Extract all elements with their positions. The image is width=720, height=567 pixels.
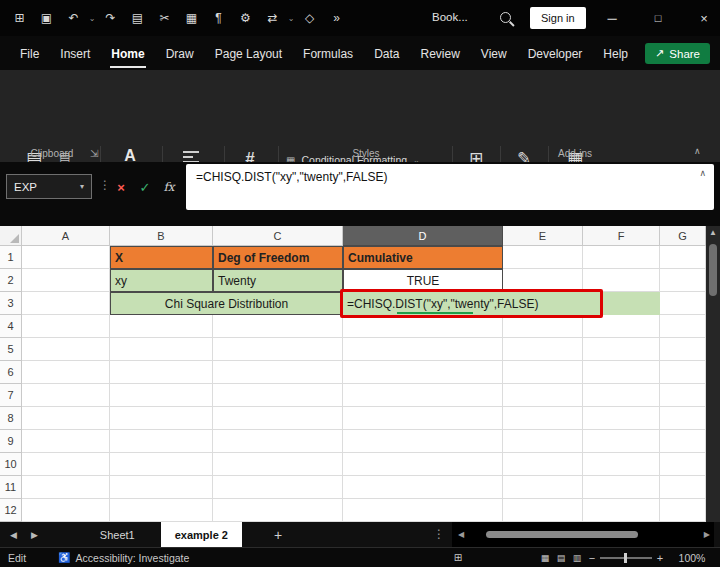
cell-E12[interactable]: [503, 499, 583, 522]
cell-F3[interactable]: [583, 292, 660, 315]
row-header-2[interactable]: 2: [0, 269, 22, 292]
row-header-6[interactable]: 6: [0, 361, 22, 384]
cell-F10[interactable]: [583, 453, 660, 476]
cell-B2[interactable]: xy: [110, 269, 213, 292]
tab-view[interactable]: View: [480, 39, 508, 68]
tab-home[interactable]: Home: [110, 39, 145, 68]
vertical-scrollbar-thumb[interactable]: [709, 244, 717, 296]
cell-B7[interactable]: [110, 384, 213, 407]
share-button[interactable]: ↗Share: [645, 43, 710, 64]
cell-D7[interactable]: [343, 384, 503, 407]
cell-G6[interactable]: [660, 361, 706, 384]
macro-record-icon[interactable]: ⊞: [450, 548, 466, 567]
tab-formulas[interactable]: Formulas: [302, 39, 354, 68]
tab-help[interactable]: Help: [602, 39, 629, 68]
column-header-G[interactable]: G: [660, 226, 706, 246]
cell-C12[interactable]: [213, 499, 343, 522]
cell-G12[interactable]: [660, 499, 706, 522]
minimize-button[interactable]: ─: [592, 0, 632, 36]
column-header-C[interactable]: C: [213, 226, 343, 246]
tab-file[interactable]: File: [19, 39, 40, 68]
row-header-8[interactable]: 8: [0, 407, 22, 430]
cancel-entry-button[interactable]: ×: [110, 175, 132, 199]
column-header-B[interactable]: B: [110, 226, 213, 246]
cell-F6[interactable]: [583, 361, 660, 384]
add-sheet-button[interactable]: +: [274, 527, 282, 543]
scroll-left-icon[interactable]: ◀: [458, 530, 464, 539]
cell-A11[interactable]: [22, 476, 110, 499]
zoom-in-button[interactable]: +: [654, 548, 666, 567]
zoom-out-button[interactable]: −: [586, 548, 598, 567]
cell-D11[interactable]: [343, 476, 503, 499]
cell-A2[interactable]: [22, 269, 110, 292]
cell-F5[interactable]: [583, 338, 660, 361]
zoom-level[interactable]: 100%: [672, 548, 712, 567]
cell-C11[interactable]: [213, 476, 343, 499]
cell-A9[interactable]: [22, 430, 110, 453]
cell-B11[interactable]: [110, 476, 213, 499]
page-layout-view-icon[interactable]: ▤: [554, 548, 568, 567]
cell-G5[interactable]: [660, 338, 706, 361]
cell-A12[interactable]: [22, 499, 110, 522]
cell-E2[interactable]: [503, 269, 583, 292]
dialog-launcher-icon[interactable]: ⇲: [90, 148, 98, 159]
undo-icon[interactable]: ↶: [60, 11, 87, 25]
cell-E8[interactable]: [503, 407, 583, 430]
prev-sheet-icon[interactable]: ◀: [10, 530, 17, 540]
cell-E5[interactable]: [503, 338, 583, 361]
cell-E10[interactable]: [503, 453, 583, 476]
cell-E7[interactable]: [503, 384, 583, 407]
formula-input[interactable]: =CHISQ.DIST("xy","twenty",FALSE) ∧: [186, 164, 714, 210]
cell-E1[interactable]: [503, 246, 583, 269]
page-break-view-icon[interactable]: ▥: [570, 548, 584, 567]
scroll-right-icon[interactable]: ▶: [704, 530, 710, 539]
cell-G8[interactable]: [660, 407, 706, 430]
vertical-scrollbar[interactable]: ▲: [706, 226, 720, 522]
row-header-11[interactable]: 11: [0, 476, 22, 499]
confirm-entry-button[interactable]: ✓: [134, 175, 156, 199]
cell-C5[interactable]: [213, 338, 343, 361]
column-header-F[interactable]: F: [583, 226, 660, 246]
cell-B6[interactable]: [110, 361, 213, 384]
tab-data[interactable]: Data: [373, 39, 400, 68]
cell-A3[interactable]: [22, 292, 110, 315]
cell-C7[interactable]: [213, 384, 343, 407]
cell-A6[interactable]: [22, 361, 110, 384]
select-all-corner[interactable]: [0, 226, 22, 246]
row-header-9[interactable]: 9: [0, 430, 22, 453]
cell-G7[interactable]: [660, 384, 706, 407]
accessibility-status[interactable]: Accessibility: Investigate: [76, 552, 190, 564]
cell-D6[interactable]: [343, 361, 503, 384]
cell-D2[interactable]: TRUE: [343, 269, 503, 292]
cell-C1[interactable]: Deg of Freedom: [213, 246, 343, 269]
search-icon[interactable]: [500, 12, 511, 23]
cell-F7[interactable]: [583, 384, 660, 407]
tab-overflow-icon[interactable]: ⋮: [433, 527, 445, 541]
scroll-up-icon[interactable]: ▲: [706, 228, 720, 237]
cell-G9[interactable]: [660, 430, 706, 453]
row-header-1[interactable]: 1: [0, 246, 22, 269]
cell-F11[interactable]: [583, 476, 660, 499]
cell-B3-merged[interactable]: Chi Square Distribution: [110, 292, 343, 315]
cell-A5[interactable]: [22, 338, 110, 361]
tab-review[interactable]: Review: [419, 39, 460, 68]
cell-D1[interactable]: Cumulative: [343, 246, 503, 269]
cell-G2[interactable]: [660, 269, 706, 292]
horizontal-scrollbar-thumb[interactable]: [486, 531, 638, 538]
cell-A1[interactable]: [22, 246, 110, 269]
cell-B10[interactable]: [110, 453, 213, 476]
tab-draw[interactable]: Draw: [165, 39, 195, 68]
settings-icon[interactable]: ⚙: [232, 11, 259, 25]
cut-icon[interactable]: ✂: [151, 11, 178, 25]
redo-icon[interactable]: ↷: [97, 11, 124, 25]
sheet-tab-sheet1[interactable]: Sheet1: [90, 529, 145, 541]
cell-D4[interactable]: [343, 315, 503, 338]
cell-F1[interactable]: [583, 246, 660, 269]
cell-A7[interactable]: [22, 384, 110, 407]
save-icon[interactable]: ▣: [33, 11, 60, 25]
cell-B5[interactable]: [110, 338, 213, 361]
cell-F8[interactable]: [583, 407, 660, 430]
cell-D10[interactable]: [343, 453, 503, 476]
chevron-down-icon[interactable]: ⌄: [286, 14, 296, 23]
cell-F4[interactable]: [583, 315, 660, 338]
